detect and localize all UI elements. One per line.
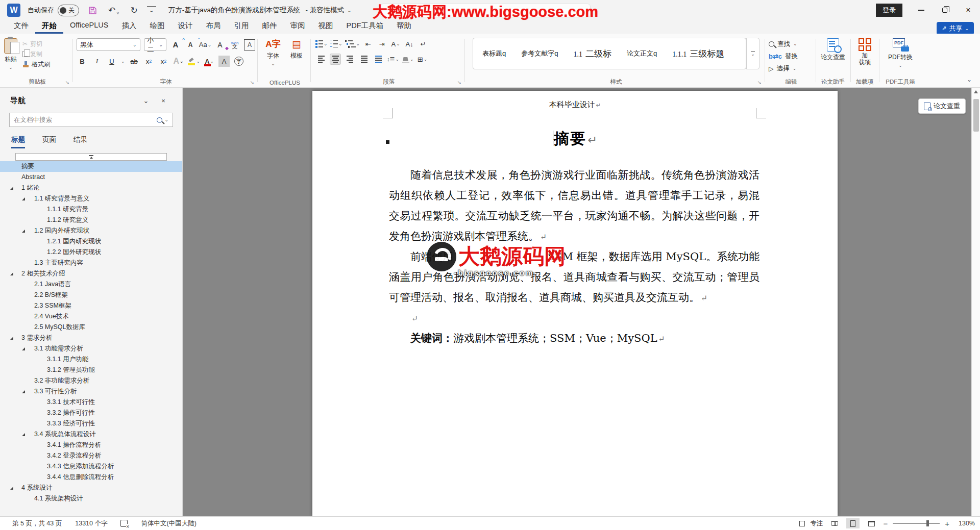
- focus-mode-label[interactable]: 专注: [810, 519, 823, 528]
- scrollbar-thumb[interactable]: [973, 99, 979, 132]
- tab-审阅[interactable]: 审阅: [284, 20, 312, 34]
- nav-tab-标题[interactable]: 标题: [11, 135, 25, 148]
- expand-caret-icon[interactable]: [22, 197, 25, 200]
- officeplus-templates-button[interactable]: ▤ 模板: [285, 34, 308, 66]
- tab-视图[interactable]: 视图: [312, 20, 340, 34]
- heading-item[interactable]: 3.3.3 经济可行性: [0, 418, 182, 429]
- style-item[interactable]: 参考文献字q: [521, 49, 558, 58]
- heading-item[interactable]: 1.1.1 研究背景: [0, 204, 182, 215]
- undo-button[interactable]: ↶˅: [106, 4, 121, 17]
- heading-item[interactable]: 3.4.3 信息添加流程分析: [0, 461, 182, 472]
- shading-button[interactable]: ⌄: [402, 54, 414, 65]
- decrease-indent-button[interactable]: ⇤: [362, 38, 374, 49]
- font-family-combo[interactable]: 黑体⌄: [77, 38, 140, 51]
- find-button[interactable]: 查找⌄: [769, 38, 814, 49]
- tab-邮件[interactable]: 邮件: [256, 20, 284, 34]
- tab-引用[interactable]: 引用: [228, 20, 256, 34]
- navigation-collapse-button[interactable]: ⌄: [137, 97, 155, 105]
- autosave-pill[interactable]: 关: [58, 5, 79, 16]
- expand-caret-icon[interactable]: [22, 433, 25, 436]
- heading-item[interactable]: 2.1 Java语言: [0, 279, 182, 290]
- word-logo-icon[interactable]: W: [7, 4, 20, 17]
- addins-button[interactable]: 加载项: [852, 34, 877, 66]
- tab-绘图[interactable]: 绘图: [143, 20, 172, 34]
- heading-item[interactable]: 1.3 主要研究内容: [0, 258, 182, 268]
- proofing-status-icon[interactable]: [120, 520, 128, 527]
- font-dialog-launcher[interactable]: ↘: [250, 80, 254, 85]
- expand-caret-icon[interactable]: [10, 337, 13, 340]
- autosave-toggle[interactable]: 自动保存 关: [28, 5, 79, 16]
- styles-dialog-launcher[interactable]: ↘: [757, 80, 762, 85]
- numbering-button[interactable]: ⌄: [330, 38, 342, 49]
- style-item[interactable]: 论文正文q: [627, 49, 657, 58]
- subscript-button[interactable]: x2: [143, 56, 155, 67]
- tab-设计[interactable]: 设计: [172, 20, 200, 34]
- document-canvas[interactable]: 本科毕业设计↵ 摘要↵ 随着信息技术发展，角色扮演游戏行业面临新挑战。传统角色扮…: [183, 88, 980, 516]
- minimize-button[interactable]: [910, 0, 933, 20]
- heading-item[interactable]: 1 绪论: [0, 183, 182, 193]
- read-mode-button[interactable]: [828, 518, 841, 528]
- expand-caret-icon[interactable]: [22, 230, 25, 233]
- word-count[interactable]: 13310 个字: [75, 519, 107, 528]
- underline-button[interactable]: U: [106, 56, 117, 67]
- heading-item[interactable]: 3.1.2 管理员功能: [0, 365, 182, 375]
- expand-caret-icon[interactable]: [22, 390, 25, 393]
- heading-item[interactable]: 3.3 可行性分析: [0, 386, 182, 397]
- search-options-chevron-icon[interactable]: ⌄: [164, 118, 168, 122]
- pdf-convert-button[interactable]: PDF PDF转换 ⌄: [881, 34, 920, 67]
- zoom-out-button[interactable]: −: [883, 519, 888, 528]
- zoom-slider-thumb[interactable]: [926, 520, 929, 526]
- zoom-percentage[interactable]: 130%: [954, 520, 975, 527]
- heading-item[interactable]: Abstract: [0, 172, 182, 183]
- restore-button[interactable]: [933, 0, 957, 20]
- expand-caret-icon[interactable]: [10, 272, 13, 275]
- text-effects-button[interactable]: A⌄: [173, 56, 184, 67]
- heading-item[interactable]: 3.2 非功能需求分析: [0, 375, 182, 386]
- heading-item[interactable]: 2.3 SSM框架: [0, 300, 182, 311]
- expand-caret-icon[interactable]: [10, 187, 13, 190]
- line-spacing-button[interactable]: ↕☰⌄: [387, 54, 399, 65]
- expand-caret-icon[interactable]: [10, 487, 13, 490]
- bold-button[interactable]: B: [77, 56, 88, 67]
- heading-item[interactable]: 3.3.2 操作可行性: [0, 408, 182, 418]
- borders-button[interactable]: ⊞⌄: [416, 54, 428, 65]
- save-button[interactable]: [86, 5, 99, 16]
- document-search-input[interactable]: 在文档中搜索 ⌄: [9, 113, 173, 127]
- style-gallery-more-button[interactable]: ⌄: [746, 38, 760, 69]
- multilevel-list-button[interactable]: ⌄: [345, 38, 360, 49]
- tab-PDF工具箱[interactable]: PDF工具箱: [340, 20, 390, 34]
- sort-button[interactable]: A↓: [404, 38, 415, 49]
- align-right-button[interactable]: [344, 54, 355, 65]
- character-border-button[interactable]: A: [244, 39, 255, 51]
- document-title[interactable]: 万方-基于java的角色扮演游戏剧本管理系统 - 兼容性模式 ⌄: [168, 6, 352, 15]
- character-shading-button[interactable]: A: [218, 56, 230, 67]
- heading-item[interactable]: 2.4 Vue技术: [0, 311, 182, 322]
- replace-button[interactable]: b⇄c替换: [769, 51, 814, 62]
- heading-item[interactable]: 4 系统设计: [0, 483, 182, 493]
- font-color-button[interactable]: A⌄: [204, 56, 215, 67]
- heading-item[interactable]: 3.4.1 操作流程分析: [0, 440, 182, 450]
- superscript-button[interactable]: x2: [158, 56, 169, 67]
- heading-item[interactable]: 1.1 研究背景与意义: [0, 193, 182, 204]
- heading-item[interactable]: 3.1 功能需求分析: [0, 343, 182, 354]
- heading-item[interactable]: 3.1.1 用户功能: [0, 354, 182, 365]
- select-button[interactable]: ▷选择⌄: [769, 63, 814, 74]
- tab-帮助[interactable]: 帮助: [390, 20, 418, 34]
- enclose-characters-button[interactable]: 字: [233, 56, 244, 67]
- tab-文件[interactable]: 文件: [7, 20, 35, 34]
- heading-item[interactable]: 1.2.2 国外研究现状: [0, 247, 182, 258]
- heading-item[interactable]: 3 需求分析: [0, 333, 182, 343]
- cut-button[interactable]: ✂剪切: [22, 39, 50, 49]
- copy-button[interactable]: 复制: [22, 49, 50, 59]
- align-left-button[interactable]: [315, 54, 327, 65]
- scroll-up-button[interactable]: [974, 90, 978, 93]
- heading-item[interactable]: 2.5 MySQL数据库: [0, 322, 182, 333]
- change-case-button[interactable]: Aa⌄: [200, 39, 211, 51]
- asian-layout-button[interactable]: A⌄: [390, 38, 401, 49]
- page-indicator[interactable]: 第 5 页，共 43 页: [12, 519, 62, 528]
- heading-item[interactable]: 4.1 系统架构设计: [0, 493, 182, 504]
- heading-item[interactable]: 摘要: [0, 161, 182, 172]
- navigation-close-button[interactable]: ×: [155, 97, 172, 105]
- expand-caret-icon[interactable]: [22, 347, 25, 350]
- thesis-check-floating-button[interactable]: 论文查重: [918, 98, 966, 114]
